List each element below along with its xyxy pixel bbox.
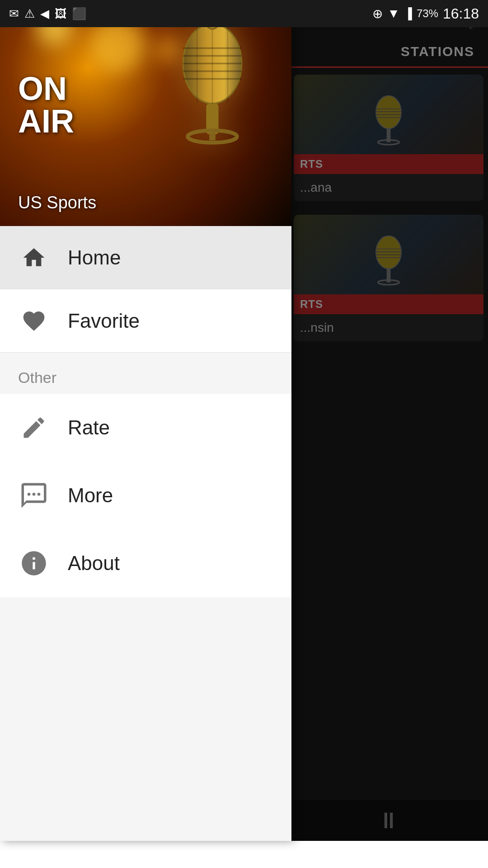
svg-rect-26 [209,133,216,141]
svg-point-27 [28,493,31,496]
svg-point-28 [33,493,36,496]
signal-icon: ▐ [404,7,412,20]
back-icon: ◀ [40,7,49,21]
menu-item-favorite[interactable]: Favorite [0,289,291,353]
menu-item-home[interactable]: Home [0,226,291,289]
menu-rate-label: Rate [68,416,110,439]
rate-icon [18,412,50,443]
status-bar-right: ⊕ ▼ ▐ 73% 16:18 [372,5,479,22]
menu-item-about[interactable]: About [0,529,291,597]
navigation-drawer: ONAIR [0,0,291,841]
status-time: 16:18 [443,5,479,22]
status-bar-left: ✉ ⚠ ◀ 🖼 ⬛ [9,7,86,21]
menu-about-label: About [68,552,120,575]
header-microphone-icon [160,14,264,194]
alert-icon: ⚠ [24,7,35,21]
info-icon [18,547,50,579]
drawer-header: ONAIR [0,0,291,226]
on-air-text: ONAIR [18,72,74,137]
battery-indicator: 73% [417,7,438,20]
mail-icon: ✉ [9,7,19,21]
menu-item-more[interactable]: More [0,462,291,529]
menu-section-other-label: Other [18,369,56,386]
menu-favorite-label: Favorite [68,310,140,332]
status-bar: ✉ ⚠ ◀ 🖼 ⬛ ⊕ ▼ ▐ 73% 16:18 [0,0,488,27]
svg-point-29 [38,493,41,496]
stop-icon: ⬛ [72,7,86,21]
wifi-icon: ▼ [387,6,400,21]
drawer-station-name: US Sports [18,193,96,212]
drawer-header-background: ONAIR [0,0,291,226]
add-circle-icon: ⊕ [372,6,383,21]
image-icon: 🖼 [55,7,66,21]
menu-section-other: Other [0,353,291,394]
home-icon [18,242,50,274]
drawer-overlay[interactable] [291,0,488,841]
drawer-menu: Home Favorite Other Rate [0,226,291,841]
menu-more-label: More [68,484,113,507]
menu-item-rate[interactable]: Rate [0,394,291,462]
more-icon [18,480,50,511]
menu-home-label: Home [68,246,121,269]
heart-icon [18,305,50,337]
